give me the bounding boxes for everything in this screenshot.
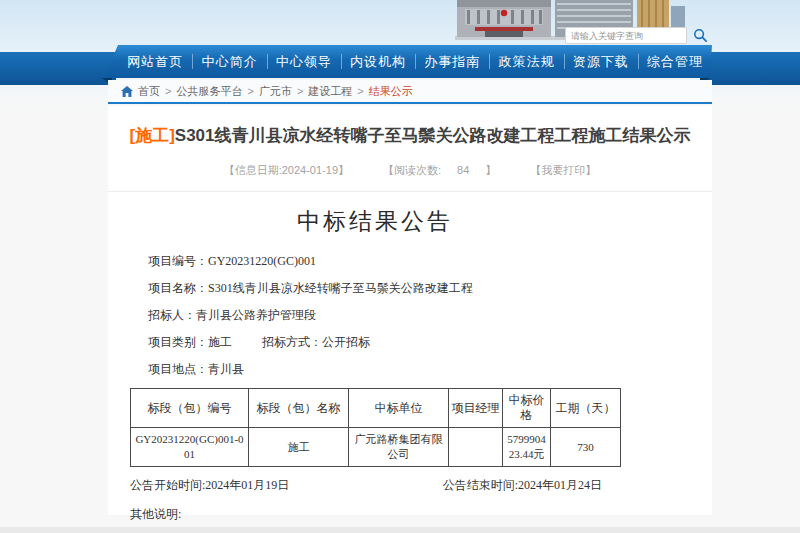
- field-value: 青川县: [208, 362, 244, 376]
- meta-views-suffix: 】: [485, 164, 496, 176]
- nav-item-center-leaders[interactable]: 中心领导: [267, 45, 341, 78]
- article-tag: [施工]: [129, 126, 174, 145]
- meta-views-count: 84: [457, 164, 469, 176]
- announcement-heading: 中标结果公告: [130, 206, 620, 237]
- nav-ribbon-right: [700, 52, 800, 85]
- meta-views: 【阅读次数:84】: [375, 163, 504, 178]
- field-method: 招标方式：公开招标: [262, 335, 370, 349]
- site-search: [565, 27, 708, 44]
- col-winner: 中标单位: [349, 389, 449, 428]
- field-category-method: 项目类别：施工招标方式：公开招标: [148, 334, 620, 350]
- nav-item-service-guide[interactable]: 办事指南: [415, 45, 489, 78]
- crumb-city[interactable]: 广元市: [259, 84, 292, 99]
- project-fields: 项目编号：GY20231220(GC)001 项目名称：S301线青川县凉水经转…: [130, 253, 620, 377]
- cell-winner: 广元路桥集团有限公司: [349, 428, 449, 467]
- field-value: S301线青川县凉水经转嘴子至马鬃关公路改建工程: [208, 281, 473, 295]
- main-navigation: 网站首页 中心简介 中心领导 内设机构 办事指南 政策法规 资源下载 综合管理: [104, 45, 712, 78]
- nav-item-internal-org[interactable]: 内设机构: [341, 45, 415, 78]
- meta-views-prefix: 【阅读次数:: [383, 164, 441, 176]
- end-time: 公告结束时间:2024年01月24日: [443, 477, 602, 494]
- crumb-separator: >: [165, 85, 171, 97]
- breadcrumb: 首页 > 公共服务平台 > 广元市 > 建设工程 > 结果公示: [108, 80, 712, 104]
- field-label: 项目类别：: [148, 335, 208, 349]
- article-title: [施工]S301线青川县凉水经转嘴子至马鬃关公路改建工程工程施工结果公示: [128, 122, 692, 150]
- nav-ribbon-left: [0, 52, 116, 85]
- field-value: 青川县公路养护管理段: [196, 308, 316, 322]
- crumb-separator: >: [357, 85, 363, 97]
- meta-date: 【信息日期:2024-01-19】: [224, 163, 349, 178]
- search-input[interactable]: [565, 27, 687, 44]
- field-value: 施工: [208, 335, 232, 349]
- crumb-separator: >: [297, 85, 303, 97]
- article-title-text: S301线青川县凉水经转嘴子至马鬃关公路改建工程工程施工结果公示: [175, 126, 691, 145]
- col-price: 中标价格: [503, 389, 551, 428]
- crumb-home[interactable]: 首页: [138, 84, 160, 99]
- crumb-current-result: 结果公示: [369, 84, 413, 99]
- cell-manager: [449, 428, 503, 467]
- crumb-construction[interactable]: 建设工程: [308, 84, 352, 99]
- nav-item-policy-law[interactable]: 政策法规: [489, 45, 563, 78]
- nav-item-home[interactable]: 网站首页: [118, 45, 192, 78]
- cell-section-no: GY20231220(GC)001-001: [131, 428, 249, 467]
- announcement-document: 中标结果公告 项目编号：GY20231220(GC)001 项目名称：S301线…: [130, 206, 620, 523]
- table-header-row: 标段（包）编号 标段（包）名称 中标单位 项目经理 中标价格 工期（天）: [131, 389, 621, 428]
- crumb-public-service[interactable]: 公共服务平台: [176, 84, 242, 99]
- other-note: 其他说明:: [130, 506, 620, 523]
- field-label: 项目编号：: [148, 254, 208, 268]
- field-label: 项目地点：: [148, 362, 208, 376]
- col-section-name: 标段（包）名称: [249, 389, 349, 428]
- col-manager: 项目经理: [449, 389, 503, 428]
- start-time: 公告开始时间:2024年01月19日: [130, 477, 289, 494]
- article-meta: 【信息日期:2024-01-19】 【阅读次数:84】 【我要打印】: [108, 163, 712, 192]
- magnifier-icon[interactable]: [693, 28, 708, 43]
- print-button[interactable]: 【我要打印】: [530, 163, 596, 178]
- bid-result-table: 标段（包）编号 标段（包）名称 中标单位 项目经理 中标价格 工期（天） GY2…: [130, 388, 621, 467]
- col-section-no: 标段（包）编号: [131, 389, 249, 428]
- field-tenderee: 招标人：青川县公路养护管理段: [148, 307, 620, 323]
- cell-section-name: 施工: [249, 428, 349, 467]
- home-icon: [121, 86, 133, 97]
- content-panel: [施工]S301线青川县凉水经转嘴子至马鬃关公路改建工程工程施工结果公示 【信息…: [108, 106, 712, 515]
- field-label: 招标方式：: [262, 335, 322, 349]
- col-duration: 工期（天）: [551, 389, 621, 428]
- field-category: 项目类别：施工: [148, 335, 232, 349]
- field-location: 项目地点：青川县: [148, 361, 620, 377]
- field-project-name: 项目名称：S301线青川县凉水经转嘴子至马鬃关公路改建工程: [148, 280, 620, 296]
- nav-item-center-intro[interactable]: 中心简介: [192, 45, 266, 78]
- cell-duration: 730: [551, 428, 621, 467]
- nav-item-downloads[interactable]: 资源下载: [564, 45, 638, 78]
- announcement-dates: 公告开始时间:2024年01月19日 公告结束时间:2024年01月24日: [130, 477, 620, 494]
- field-value: 公开招标: [322, 335, 370, 349]
- nav-item-admin[interactable]: 综合管理: [638, 45, 712, 78]
- field-value: GY20231220(GC)001: [208, 254, 316, 268]
- field-label: 项目名称：: [148, 281, 208, 295]
- crumb-separator: >: [247, 85, 253, 97]
- page-bottom-strip: [0, 527, 800, 533]
- table-row: GY20231220(GC)001-001 施工 广元路桥集团有限公司 5799…: [131, 428, 621, 467]
- cell-price: 579990423.44元: [503, 428, 551, 467]
- field-label: 招标人：: [148, 308, 196, 322]
- field-project-no: 项目编号：GY20231220(GC)001: [148, 253, 620, 269]
